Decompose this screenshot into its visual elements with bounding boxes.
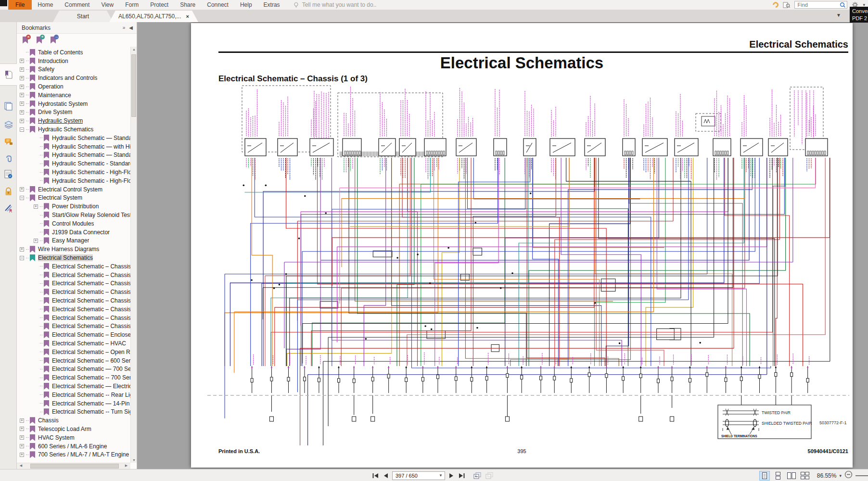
bookmark-item[interactable]: Electrical Schematic — 14-Pin A xyxy=(17,399,130,408)
last-page-button[interactable] xyxy=(458,472,466,479)
sign-panel-button[interactable] xyxy=(0,200,17,215)
panel-dock-icon[interactable]: ◀ xyxy=(129,25,133,30)
expander-icon[interactable]: + xyxy=(20,418,24,423)
bookmark-item[interactable]: +Maintenance xyxy=(17,91,130,100)
continuous-facing-view-button[interactable] xyxy=(800,471,810,481)
expander-icon[interactable]: + xyxy=(20,119,24,123)
attachments-panel-button[interactable] xyxy=(0,150,17,165)
menu-file[interactable]: File xyxy=(8,0,32,10)
tab-document[interactable]: AL650,AL750,ALT750,...× xyxy=(109,11,198,22)
page-field-caret-icon[interactable]: ▼ xyxy=(437,473,445,478)
panel-expand-icon[interactable]: » xyxy=(123,25,126,30)
bookmark-item[interactable]: Electrical Schematic – Chassis – xyxy=(17,314,130,322)
bookmark-item[interactable]: Electrical Schematic – Chassis (1 xyxy=(17,262,130,271)
bookmark-item[interactable]: Electrical Schematic – HVAC xyxy=(17,339,130,348)
expander-icon[interactable]: + xyxy=(20,435,24,440)
bookmark-item[interactable]: −Hydraulic Schematics xyxy=(17,125,130,134)
bookmark-item[interactable]: Hydraulic Schematic — Standard xyxy=(17,134,130,142)
vertical-scroll-thumb[interactable] xyxy=(131,54,136,117)
previous-page-button[interactable] xyxy=(383,472,389,479)
bookmark-item[interactable]: +Operation xyxy=(17,82,130,91)
bookmark-item[interactable]: Hydraulic Schematic - Standard xyxy=(17,159,130,168)
pages-panel-button[interactable] xyxy=(0,98,17,114)
expander-icon[interactable]: − xyxy=(20,256,24,260)
tab-start[interactable]: Start xyxy=(53,11,113,22)
page-number-input[interactable] xyxy=(393,473,437,479)
menu-form[interactable]: Form xyxy=(119,0,144,10)
bookmark-item[interactable]: J1939 Data Connector xyxy=(17,228,130,237)
comments-panel-button[interactable] xyxy=(0,134,17,150)
expander-icon[interactable]: + xyxy=(20,187,24,191)
bookmark-item[interactable]: Hydraulic Schematic - High-Flow xyxy=(17,177,130,185)
scroll-left-icon[interactable]: ◀ xyxy=(18,464,24,468)
bookmark-item[interactable]: +Drive System xyxy=(17,108,130,117)
next-page-button[interactable] xyxy=(448,472,455,479)
zoom-out-button[interactable] xyxy=(844,470,853,481)
find-box[interactable] xyxy=(794,1,847,9)
zoom-slider[interactable] xyxy=(855,475,868,476)
bookmark-item[interactable]: +Wire Harness Diagrams xyxy=(17,245,130,253)
scroll-down-icon[interactable]: ▼ xyxy=(131,458,137,462)
bookmark-item[interactable]: Electrical Schematic – Chassis – xyxy=(17,296,130,305)
sync-icon[interactable] xyxy=(772,1,780,9)
menu-comment[interactable]: Comment xyxy=(59,0,95,10)
page-number-field[interactable]: ▼ xyxy=(392,471,445,480)
bookmark-item[interactable]: Hydraulic Schematic — with High xyxy=(17,142,130,151)
tell-me-box[interactable]: Tell me what you want to do.. xyxy=(294,0,377,10)
bookmark-item[interactable]: +Hydrostatic System xyxy=(17,100,130,108)
bookmark-item[interactable]: +Easy Manager xyxy=(17,237,130,245)
bookmark-item[interactable]: Electrical Schematic -- Rear Ligh xyxy=(17,391,130,399)
bookmark-item[interactable]: −Electrical Schematics xyxy=(17,253,130,262)
expander-icon[interactable]: + xyxy=(20,93,24,97)
bookmark-item[interactable]: +Hydraulic System xyxy=(17,116,130,125)
zoom-caret-icon[interactable]: ▾ xyxy=(839,473,842,478)
bookmark-item[interactable]: Table of Contents xyxy=(17,48,130,57)
find-search-icon[interactable] xyxy=(840,2,846,8)
expander-icon[interactable]: + xyxy=(20,85,24,89)
horizontal-scroll-thumb[interactable] xyxy=(30,464,119,468)
layers-panel-button[interactable] xyxy=(0,116,17,132)
bookmark-item[interactable]: Electrical Schematic – Chassis – xyxy=(17,322,130,331)
bookmark-item[interactable]: Electrical Schematic – Chassis – xyxy=(17,288,130,296)
single-page-view-button[interactable] xyxy=(759,471,770,481)
expander-icon[interactable]: + xyxy=(34,239,38,243)
bookmarks-vertical-scrollbar[interactable]: ▲ ▼ xyxy=(130,47,137,463)
expander-icon[interactable]: + xyxy=(20,76,24,80)
expander-icon[interactable]: + xyxy=(20,101,24,106)
expander-icon[interactable]: + xyxy=(34,204,38,209)
signatures-panel-button[interactable] xyxy=(0,166,17,182)
bookmark-item[interactable]: Hydraulic Schematic — Standard xyxy=(17,151,130,160)
bookmark-item[interactable]: +Power Distribution xyxy=(17,202,130,211)
bookmark-item[interactable]: Electrical Schematic – Enclosed xyxy=(17,330,130,339)
bookmark-item[interactable]: +Safety xyxy=(17,65,130,74)
expander-icon[interactable]: + xyxy=(20,453,24,457)
expander-icon[interactable]: + xyxy=(20,110,24,114)
delete-bookmark-button[interactable]: × xyxy=(23,37,29,44)
previous-view-button[interactable] xyxy=(473,472,482,480)
expander-icon[interactable]: + xyxy=(20,67,24,72)
bookmark-item[interactable]: +Chassis xyxy=(17,416,130,425)
tab-close-icon[interactable]: × xyxy=(186,13,189,19)
bookmark-item[interactable]: Electrical Schematic – Chassis – xyxy=(17,279,130,288)
bookmark-item[interactable]: Electrical Schematic – Chassis (2 xyxy=(17,271,130,279)
next-view-button[interactable] xyxy=(485,472,494,480)
tab-list-caret-icon[interactable]: ▼ xyxy=(836,13,841,18)
bookmark-item[interactable]: Electrical Schematic – 600 Serie xyxy=(17,356,130,365)
bookmark-item[interactable]: Electrical Schematic – Open RO xyxy=(17,348,130,356)
bookmarks-horizontal-scrollbar[interactable]: ◀ ▶ xyxy=(17,463,130,469)
bookmark-item[interactable]: +Indicators and Controls xyxy=(17,74,130,82)
bookmark-item[interactable]: +Electrical Control System xyxy=(17,185,130,194)
search-document-icon[interactable] xyxy=(783,1,790,8)
bookmark-item[interactable]: Hydraulic Schematic - High-Flow xyxy=(17,168,130,177)
continuous-view-button[interactable] xyxy=(773,471,783,481)
first-page-button[interactable] xyxy=(371,472,379,479)
bookmark-item[interactable]: +600 Series / MLA-6 Engine xyxy=(17,442,130,451)
convert-pdf-badge[interactable]: Convert PDF 2 xyxy=(850,7,868,23)
goto-bookmark-button[interactable]: → xyxy=(51,37,57,44)
expander-icon[interactable]: − xyxy=(20,196,24,200)
bookmark-item[interactable]: Electrical Schematic -- 700 Serie xyxy=(17,373,130,382)
bookmark-item[interactable]: +700 Series / MLA-7 / MLA-T Engine xyxy=(17,450,130,459)
menu-home[interactable]: Home xyxy=(32,0,59,10)
bookmark-item[interactable]: Control Modules xyxy=(17,219,130,228)
menu-connect[interactable]: Connect xyxy=(201,0,234,10)
